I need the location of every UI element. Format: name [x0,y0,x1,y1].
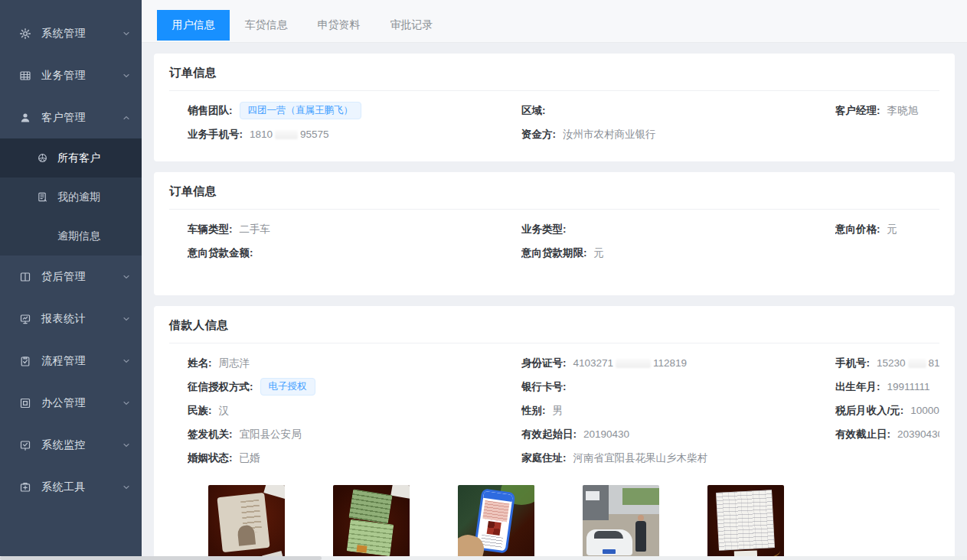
field-label: 性别: [521,404,546,418]
section-title: 订单信息 [169,66,939,80]
field-label: 业务类型: [521,223,567,236]
redaction-blur [908,359,926,368]
divider [169,209,939,210]
tab-content: 订单信息 销售团队: 四团一营（直属王鹏飞） 区域: 客户经理: 李晓旭 [142,43,967,560]
tab-loan-apply-docs[interactable]: 申贷资料 [302,10,375,41]
field-credit-auth-method: 征信授权方式: 电子授权 [188,375,521,399]
field-value: 元 [887,223,898,236]
chevron-down-icon [122,272,131,282]
sidebar-item-overdue-info[interactable]: 逾期信息 [0,217,142,256]
chevron-down-icon [122,314,131,324]
sales-team-tag: 四团一营（直属王鹏飞） [240,102,362,119]
field-value: 汝州市农村商业银行 [563,128,656,142]
field-label: 税后月收入/元: [835,404,903,418]
sidebar-item-system-tools[interactable]: 系统工具 [0,466,142,508]
person-car-photo-thumbnail[interactable] [583,485,659,560]
wheel-icon [37,152,48,164]
sidebar-item-label: 所有客户 [57,151,100,165]
divider [169,343,939,343]
field-value: 汉 [219,404,230,418]
photo-item: 人车照 [583,485,659,560]
field-valid-from: 有效起始日: 20190430 [521,422,835,446]
field-empty [835,446,939,470]
sidebar-item-label: 系统管理 [41,27,122,41]
field-label: 有效截止日: [835,428,890,441]
clipboard-icon [19,355,31,367]
field-value: 周志洋 [219,357,250,370]
sidebar-item-label: 业务管理 [41,69,122,83]
field-label: 销售团队: [188,104,233,118]
tab-car-loan-info[interactable]: 车贷信息 [230,10,302,41]
field-value: 152308137 [877,357,939,369]
field-label: 客户经理: [835,104,880,118]
grid-icon [19,70,31,82]
sidebar-item-process-management[interactable]: 流程管理 [0,340,142,382]
field-value: 二手车 [240,223,271,236]
chevron-down-icon [122,71,131,80]
field-label: 手机号: [835,357,870,370]
field-value: 已婚 [240,451,260,465]
sidebar-item-office-management[interactable]: 办公管理 [0,382,142,424]
photo-item: 补充材料 [707,485,784,560]
gear-icon [19,28,31,40]
section-title: 借款人信息 [169,318,939,333]
field-name: 姓名: 周志洋 [188,351,521,375]
scrollbar-thumb[interactable] [0,556,322,560]
field-empty [835,241,939,265]
field-label: 身份证号: [521,357,567,370]
sidebar-item-label: 贷后管理 [41,270,122,284]
field-funder: 资金方: 汝州市农村商业银行 [521,122,835,146]
tab-approval-records[interactable]: 审批记录 [375,10,448,41]
sidebar-item-system-monitor[interactable]: 系统监控 [0,424,142,466]
sidebar-item-my-overdue[interactable]: 我的逾期 [0,177,142,217]
field-region: 区域: [521,99,835,122]
horizontal-scrollbar[interactable] [0,556,967,560]
chevron-down-icon [122,483,131,492]
sidebar-item-customer-management[interactable]: 客户管理 [0,96,142,138]
field-account-manager: 客户经理: 李晓旭 [835,99,939,122]
field-value: 元 [594,246,605,260]
document-photo-thumbnail[interactable] [707,485,784,560]
field-id-number: 身份证号: 4103271112819 [521,351,835,375]
sidebar-item-all-customers[interactable]: 所有客户 [0,138,142,177]
sidebar-item-label: 报表统计 [41,312,122,326]
field-value: 河南省宜阳县花果山乡木柴村 [573,451,708,465]
green-booklet-photo-thumbnail[interactable] [333,485,410,560]
field-mobile: 手机号: 152308137 [835,351,939,375]
notebook-icon [37,191,48,203]
field-intent-price: 意向价格: 元 [835,217,939,241]
field-home-address: 家庭住址: 河南省宜阳县花果山乡木柴村 [521,446,835,470]
archive-icon [19,397,31,409]
order-info-card-1: 订单信息 销售团队: 四团一营（直属王鹏飞） 区域: 客户经理: 李晓旭 [154,54,955,161]
field-intent-loan-amount: 意向贷款金额: [188,241,521,265]
sidebar-item-report-statistics[interactable]: 报表统计 [0,298,142,340]
field-sales-team: 销售团队: 四团一营（直属王鹏飞） [188,99,521,122]
sidebar-item-label: 办公管理 [41,396,122,410]
field-label: 资金方: [521,128,556,142]
field-label: 业务手机号: [188,128,243,142]
toolbox-icon [19,481,31,493]
borrower-info-card: 借款人信息 姓名: 周志洋 身份证号: 4103271112819 手机号: 1… [154,306,955,560]
field-label: 姓名: [188,357,212,370]
id-card-photo-thumbnail[interactable] [208,485,285,560]
field-value: 4103271112819 [573,357,688,369]
phone-qr-photo-thumbnail[interactable] [458,485,534,560]
sidebar-item-system-management[interactable]: 系统管理 [0,12,142,54]
sidebar-item-label: 客户管理 [41,111,122,125]
section-title: 订单信息 [169,184,939,199]
field-label: 征信授权方式: [188,380,253,394]
field-label: 有效起始日: [521,428,577,441]
field-intent-loan-term: 意向贷款期限: 元 [521,241,835,265]
sidebar-item-business-management[interactable]: 业务管理 [0,54,142,96]
field-label: 区域: [521,104,546,118]
tab-user-info[interactable]: 用户信息 [157,10,230,41]
field-label: 签发机关: [188,428,233,441]
sidebar-item-post-loan-management[interactable]: 贷后管理 [0,256,142,298]
field-business-type: 业务类型: [521,217,835,241]
field-value: 19911111 [887,381,930,392]
chevron-down-icon [122,29,131,38]
field-value: 男 [553,404,564,418]
order-info-card-2: 订单信息 车辆类型: 二手车 业务类型: 意向价格: 元 [154,172,955,295]
field-label: 银行卡号: [521,380,567,394]
redaction-blur [616,359,651,368]
